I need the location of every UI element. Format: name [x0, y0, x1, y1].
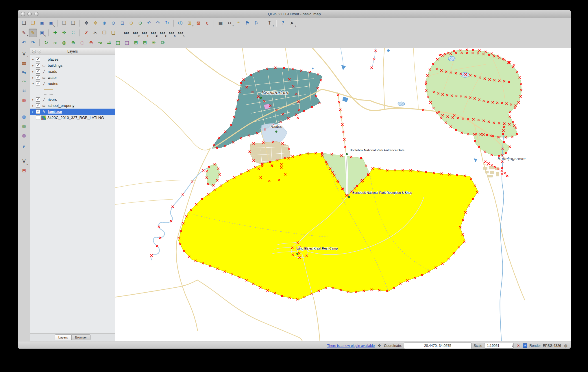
- copy-features-button[interactable]: ❐: [100, 29, 109, 37]
- zoom-full-extent-button[interactable]: ⊡: [118, 19, 127, 27]
- save-layer-edits-button[interactable]: ▣✎: [38, 29, 46, 37]
- coordinate-input[interactable]: [404, 343, 471, 349]
- vertex-marker-icon[interactable]: [202, 169, 204, 172]
- minimize-button[interactable]: [27, 12, 32, 16]
- deselect-all-button[interactable]: ⊠: [194, 19, 203, 27]
- add-ring-button[interactable]: ◎: [60, 38, 69, 47]
- add-part-button[interactable]: ⊕: [69, 38, 77, 47]
- identify-features-button[interactable]: ⓘ: [176, 19, 185, 27]
- layer-item-landuse[interactable]: ▸✓✎landuse: [30, 109, 115, 115]
- add-delimited-text-layer-button[interactable]: ,: [20, 140, 28, 149]
- layer-name[interactable]: roads: [48, 69, 57, 74]
- tab-layers[interactable]: Layers: [55, 334, 72, 340]
- save-project-button[interactable]: ▣: [38, 19, 46, 27]
- add-mssql-layer-button[interactable]: ≋: [20, 87, 28, 95]
- current-edits-dropdown-arrow[interactable]: ▾: [27, 35, 28, 37]
- layer-item-3420C_2010_327_RGB_LATLNG[interactable]: 3420C_2010_327_RGB_LATLNG: [30, 115, 115, 121]
- composer-manager-button[interactable]: ❑: [69, 19, 77, 27]
- add-wms-layer-button[interactable]: ◍: [20, 113, 28, 121]
- vertex-marker-icon[interactable]: [182, 194, 184, 196]
- vertex-marker-icon[interactable]: [156, 245, 158, 247]
- undo-button[interactable]: ↶: [20, 38, 28, 47]
- show-hide-labels-button[interactable]: abc◐: [149, 29, 158, 37]
- layer-item-water[interactable]: ▸✓▭water: [30, 75, 115, 81]
- current-edits-button[interactable]: ✎▾: [20, 29, 28, 37]
- add-feature-button[interactable]: ✚: [51, 29, 60, 37]
- vertex-marker-icon[interactable]: [484, 161, 487, 163]
- new-shapefile-layer-button[interactable]: V✎: [20, 157, 28, 166]
- offset-curve-button[interactable]: ⇉: [105, 38, 113, 47]
- expand-arrow-icon[interactable]: ▾: [32, 82, 35, 85]
- refresh-map-button[interactable]: ↻: [163, 19, 171, 27]
- expand-arrow-icon[interactable]: ▸: [32, 110, 35, 113]
- add-postgis-layer-button[interactable]: Pg: [20, 68, 28, 77]
- add-raster-layer-button[interactable]: ▦: [20, 59, 28, 68]
- measure-button[interactable]: ↔▾: [225, 19, 234, 27]
- scale-combo[interactable]: 1:19951 ▴ ▾: [484, 343, 514, 349]
- combo-arrows-icon[interactable]: ▴ ▾: [512, 343, 513, 348]
- layer-visibility-checkbox[interactable]: ✓: [36, 57, 40, 62]
- map-svg[interactable]: SwellendamRailtonBontebok National Park …: [115, 48, 571, 341]
- title-bar[interactable]: QGIS 2.0.1-Dufour - basic_map: [18, 10, 571, 18]
- vertex-marker-icon[interactable]: [371, 67, 373, 69]
- layer-item-places[interactable]: ▸✓∴places: [30, 56, 115, 62]
- node-tool-button[interactable]: ∷: [69, 29, 77, 37]
- layer-visibility-checkbox[interactable]: [36, 116, 40, 120]
- vertex-marker-icon[interactable]: [487, 162, 490, 165]
- pan-map-button[interactable]: ✥: [82, 19, 91, 27]
- layer-name[interactable]: rivers: [48, 97, 57, 102]
- offset-point-symbol-button[interactable]: ❂: [158, 38, 167, 47]
- layer-visibility-checkbox[interactable]: ✓: [36, 97, 40, 102]
- layer-visibility-checkbox[interactable]: ✓: [36, 109, 40, 114]
- vertex-marker-icon[interactable]: [297, 117, 299, 119]
- layer-visibility-checkbox[interactable]: ✓: [36, 103, 40, 108]
- add-spatialite-layer-button[interactable]: ✑: [20, 77, 28, 86]
- select-features-button[interactable]: ⊞▾: [185, 19, 194, 27]
- merge-selected-features-button[interactable]: ⊞: [132, 38, 140, 47]
- vertex-marker-icon[interactable]: [150, 254, 153, 257]
- zoom-out-button[interactable]: ⊖: [109, 19, 118, 27]
- save-project-as-button[interactable]: ▣✎: [47, 19, 55, 27]
- map-tips-button[interactable]: ❝: [234, 19, 243, 27]
- move-feature-button[interactable]: ✜: [60, 29, 69, 37]
- whats-this-button[interactable]: ➤?: [288, 19, 296, 27]
- remove-layer-button[interactable]: ⊟: [20, 166, 28, 175]
- close-button[interactable]: [21, 12, 25, 16]
- text-annotation-dropdown-arrow[interactable]: ▾: [273, 25, 274, 27]
- rotate-point-symbols-button[interactable]: ✳: [149, 38, 158, 47]
- change-label-properties-button[interactable]: abc✎: [176, 29, 185, 37]
- layer-visibility-checkbox[interactable]: ✓: [36, 69, 40, 74]
- vertex-marker-icon[interactable]: [171, 206, 174, 208]
- layer-name[interactable]: places: [48, 57, 59, 62]
- delete-part-button[interactable]: ⊖: [87, 38, 95, 47]
- delete-ring-button[interactable]: ◌: [78, 38, 86, 47]
- open-project-button[interactable]: ❒: [29, 19, 37, 27]
- layer-name[interactable]: routes: [48, 81, 58, 86]
- expand-arrow-icon[interactable]: ▸: [32, 98, 35, 101]
- zoom-in-button[interactable]: ⊕: [100, 19, 109, 27]
- add-vector-layer-button[interactable]: V⁺: [20, 50, 28, 58]
- rotate-feature-button[interactable]: ↻: [42, 38, 51, 47]
- vertex-marker-icon[interactable]: [439, 54, 441, 56]
- stop-rendering-icon[interactable]: ✕: [516, 343, 521, 348]
- layer-name[interactable]: landuse: [48, 109, 62, 114]
- select-features-dropdown-arrow[interactable]: ▾: [192, 25, 193, 27]
- text-annotation-button[interactable]: T▾: [265, 19, 274, 27]
- layer-name[interactable]: school_property: [48, 103, 75, 108]
- zoom-last-button[interactable]: ↶: [145, 19, 154, 27]
- vertex-marker-icon[interactable]: [191, 181, 193, 183]
- layer-visibility-checkbox[interactable]: ✓: [36, 63, 40, 68]
- expand-arrow-icon[interactable]: ▸: [32, 76, 35, 79]
- expand-arrow-icon[interactable]: ▸: [32, 64, 35, 67]
- zoom-button[interactable]: [34, 12, 38, 16]
- zoom-next-button[interactable]: ↷: [154, 19, 162, 27]
- map-canvas[interactable]: SwellendamRailtonBontebok National Park …: [115, 48, 571, 341]
- pan-to-selection-button[interactable]: ✥: [91, 19, 100, 27]
- layer-item-routes[interactable]: ▾✓╱routes: [30, 81, 115, 87]
- layer-visibility-checkbox[interactable]: ✓: [36, 75, 40, 80]
- float-panel-button[interactable]: ▫: [38, 50, 41, 53]
- reshape-features-button[interactable]: ↝: [96, 38, 104, 47]
- vertex-marker-icon[interactable]: [506, 175, 509, 177]
- plugin-manager-icon[interactable]: ❖: [377, 343, 382, 348]
- close-panel-button[interactable]: ✕: [32, 50, 36, 53]
